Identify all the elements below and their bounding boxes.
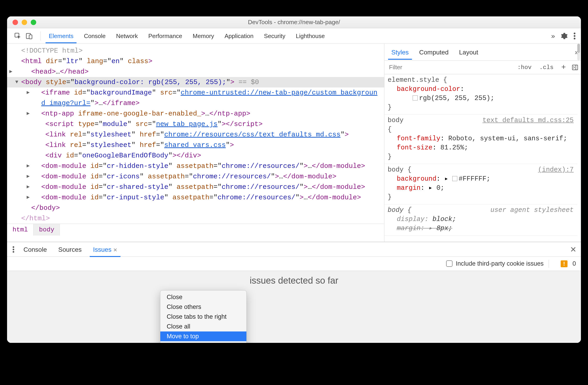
crumb-html[interactable]: html: [7, 224, 33, 235]
styles-tabbar: Styles Computed Layout »: [384, 44, 581, 61]
style-rule[interactable]: (index):7 body { background: ▸ #FFFFFF; …: [384, 164, 577, 204]
issues-empty-text: issues detected so far: [250, 276, 338, 286]
ctx-close-all[interactable]: Close all: [160, 322, 246, 331]
styles-rules[interactable]: element.style { background-color: rgb(25…: [384, 74, 581, 242]
dom-row[interactable]: ▶<dom-module id="cr-icons" assetpath="ch…: [7, 171, 384, 182]
issues-count: 0: [572, 260, 576, 267]
dom-row[interactable]: </body>: [7, 203, 384, 213]
styles-panel: Styles Computed Layout » :hov .cls + ele: [384, 44, 581, 242]
dom-row[interactable]: ▶<dom-module id="cr-shared-style" assetp…: [7, 182, 384, 192]
styles-filter-input[interactable]: [387, 63, 426, 72]
source-link[interactable]: text_defaults_md.css:25: [483, 116, 574, 125]
styles-filter-row: :hov .cls +: [384, 61, 581, 74]
dom-row[interactable]: ▶<ntp-app iframe-one-google-bar-enabled_…: [7, 108, 384, 119]
hov-toggle[interactable]: :hov: [516, 63, 533, 72]
source-link[interactable]: (index):7: [538, 165, 574, 174]
dom-row[interactable]: <html dir="ltr" lang="en" class>: [7, 56, 384, 66]
ua-label: user agent stylesheet: [490, 206, 574, 215]
crumb-body[interactable]: body: [33, 224, 60, 235]
scrollbar[interactable]: [577, 44, 580, 60]
ctx-close[interactable]: Close: [160, 292, 246, 302]
drawer: Console Sources Issues✕ ✕ Include third-…: [7, 242, 581, 343]
svg-point-9: [13, 249, 14, 250]
tab-lighthouse[interactable]: Lighthouse: [291, 29, 329, 43]
issues-body: issues detected so far: [7, 271, 581, 343]
tab-security[interactable]: Security: [259, 29, 290, 43]
dom-tree[interactable]: <!DOCTYPE html> <html dir="ltr" lang="en…: [7, 44, 384, 224]
elements-panel: <!DOCTYPE html> <html dir="ltr" lang="en…: [7, 44, 384, 242]
dom-row[interactable]: <script type="module" src="new_tab_page.…: [7, 119, 384, 129]
more-tabs-icon[interactable]: »: [551, 32, 555, 40]
drawer-tabbar: Console Sources Issues✕ ✕: [7, 242, 581, 257]
tab-network[interactable]: Network: [112, 29, 142, 43]
tab-styles[interactable]: Styles: [387, 45, 413, 59]
issues-warning-icon[interactable]: !: [561, 260, 567, 267]
drawer-tab-issues[interactable]: Issues✕: [88, 242, 122, 257]
window-title: DevTools - chrome://new-tab-page/: [7, 19, 581, 26]
close-tab-icon[interactable]: ✕: [113, 247, 117, 253]
drawer-tab-console[interactable]: Console: [19, 242, 51, 257]
close-window-button[interactable]: [13, 20, 18, 25]
svg-rect-2: [29, 35, 32, 39]
svg-point-8: [13, 246, 14, 248]
main-tabbar: Elements Console Network Performance Mem…: [7, 28, 581, 44]
new-rule-button[interactable]: +: [560, 62, 568, 73]
zoom-window-button[interactable]: [31, 20, 36, 25]
tab-layout[interactable]: Layout: [455, 45, 483, 59]
tab-computed[interactable]: Computed: [415, 45, 453, 59]
dom-row[interactable]: ▶<dom-module id="cr-input-style" assetpa…: [7, 192, 384, 203]
dom-row[interactable]: <link rel="stylesheet" href="shared_vars…: [7, 140, 384, 150]
dom-row[interactable]: ▶<dom-module id="cr-hidden-style" assetp…: [7, 161, 384, 171]
breadcrumb: html body: [7, 224, 384, 235]
separator: [40, 31, 41, 41]
ctx-move-to-top[interactable]: Move to top: [160, 331, 246, 341]
dom-row[interactable]: <div id="oneGoogleBarEndOfBody"></div>: [7, 150, 384, 161]
content-split: <!DOCTYPE html> <html dir="ltr" lang="en…: [7, 44, 581, 242]
tab-context-menu: Close Close others Close tabs to the rig…: [160, 290, 247, 343]
svg-rect-6: [572, 65, 578, 70]
dom-row[interactable]: ▶<head>…</head>: [7, 66, 384, 77]
devtools-window: DevTools - chrome://new-tab-page/ Elemen…: [7, 16, 581, 343]
tab-application[interactable]: Application: [220, 29, 258, 43]
style-rule-ua[interactable]: user agent stylesheet body { display: bl…: [384, 204, 577, 235]
dom-row-selected[interactable]: ▼<body style="background-color: rgb(255,…: [7, 77, 384, 87]
svg-point-4: [574, 35, 575, 37]
dom-row[interactable]: </html>: [7, 213, 384, 224]
tab-console[interactable]: Console: [79, 29, 110, 43]
style-rule[interactable]: element.style { background-color: rgb(25…: [384, 74, 577, 115]
inspect-icon[interactable]: [14, 33, 21, 39]
ctx-close-others[interactable]: Close others: [160, 302, 246, 312]
drawer-kebab-icon[interactable]: [10, 246, 17, 253]
device-toggle-icon[interactable]: [26, 33, 33, 39]
titlebar: DevTools - chrome://new-tab-page/: [7, 16, 581, 28]
window-controls: [7, 20, 36, 25]
sidebar-toggle-icon[interactable]: [572, 64, 578, 71]
drawer-close-icon[interactable]: ✕: [570, 245, 576, 254]
svg-point-3: [574, 33, 575, 34]
include-third-party-toggle[interactable]: Include third-party cookie issues: [446, 260, 544, 267]
kebab-menu-icon[interactable]: [574, 33, 575, 39]
tab-performance[interactable]: Performance: [144, 29, 187, 43]
dom-row[interactable]: ▶<iframe id="backgroundImage" src="chrom…: [7, 87, 384, 108]
issues-toolbar: Include third-party cookie issues ! 0: [7, 257, 581, 271]
dom-row[interactable]: <link rel="stylesheet" href="chrome://re…: [7, 129, 384, 140]
drawer-tab-sources[interactable]: Sources: [54, 242, 86, 257]
ctx-close-right[interactable]: Close tabs to the right: [160, 312, 246, 322]
tab-elements[interactable]: Elements: [44, 29, 78, 43]
gear-icon[interactable]: [561, 33, 568, 39]
tab-memory[interactable]: Memory: [188, 29, 219, 43]
svg-point-5: [574, 38, 575, 39]
dom-row[interactable]: <!DOCTYPE html>: [7, 45, 384, 56]
cls-toggle[interactable]: .cls: [537, 63, 555, 72]
style-rule[interactable]: text_defaults_md.css:25 body{ font-famil…: [384, 115, 577, 164]
svg-point-10: [13, 251, 14, 253]
minimize-window-button[interactable]: [22, 20, 27, 25]
